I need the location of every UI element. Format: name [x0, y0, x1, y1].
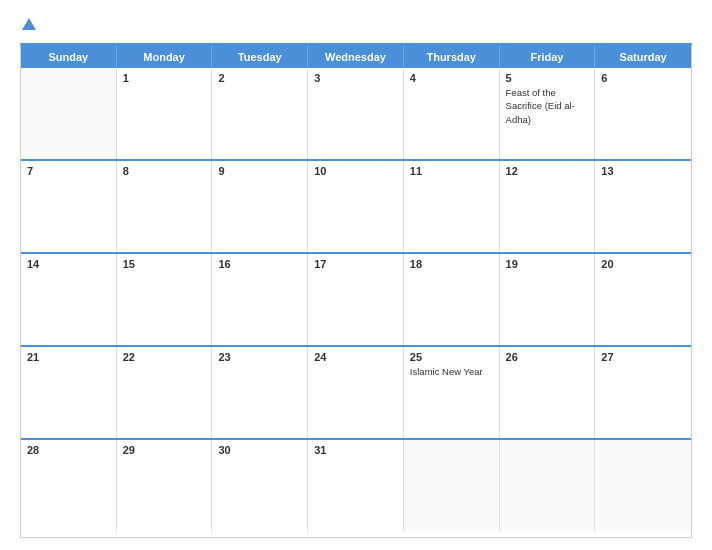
day-number: 16	[218, 258, 301, 270]
calendar-week: 78910111213	[21, 161, 691, 254]
calendar-day	[595, 440, 691, 531]
event-label: Islamic New Year	[410, 366, 483, 377]
day-number: 10	[314, 165, 397, 177]
logo-triangle-icon	[22, 18, 36, 30]
calendar-day	[404, 440, 500, 531]
day-number: 27	[601, 351, 685, 363]
calendar-week: 12345Feast of the Sacrifice (Eid al-Adha…	[21, 68, 691, 161]
calendar-day: 29	[117, 440, 213, 531]
calendar-day: 20	[595, 254, 691, 345]
calendar-day: 19	[500, 254, 596, 345]
calendar-day: 27	[595, 347, 691, 438]
calendar-grid: SundayMondayTuesdayWednesdayThursdayFrid…	[20, 43, 692, 538]
calendar-day: 24	[308, 347, 404, 438]
calendar-day: 3	[308, 68, 404, 159]
weekday-header: Saturday	[595, 46, 691, 68]
day-number: 12	[506, 165, 589, 177]
day-number: 2	[218, 72, 301, 84]
day-number: 30	[218, 444, 301, 456]
calendar-day: 12	[500, 161, 596, 252]
calendar-day: 16	[212, 254, 308, 345]
weekday-header: Thursday	[404, 46, 500, 68]
calendar-day: 25Islamic New Year	[404, 347, 500, 438]
calendar-day: 8	[117, 161, 213, 252]
day-number: 5	[506, 72, 589, 84]
day-number: 8	[123, 165, 206, 177]
page-header	[20, 18, 692, 31]
calendar-day	[500, 440, 596, 531]
calendar-day: 26	[500, 347, 596, 438]
day-number: 25	[410, 351, 493, 363]
calendar-day: 10	[308, 161, 404, 252]
calendar-day: 9	[212, 161, 308, 252]
event-label: Feast of the Sacrifice (Eid al-Adha)	[506, 87, 575, 125]
day-number: 1	[123, 72, 206, 84]
calendar-day: 14	[21, 254, 117, 345]
day-number: 18	[410, 258, 493, 270]
day-number: 20	[601, 258, 685, 270]
day-number: 21	[27, 351, 110, 363]
calendar-day: 11	[404, 161, 500, 252]
weekday-header: Friday	[500, 46, 596, 68]
calendar-day: 22	[117, 347, 213, 438]
calendar-page: SundayMondayTuesdayWednesdayThursdayFrid…	[0, 0, 712, 550]
day-number: 24	[314, 351, 397, 363]
calendar-header-row: SundayMondayTuesdayWednesdayThursdayFrid…	[21, 46, 691, 68]
day-number: 3	[314, 72, 397, 84]
day-number: 6	[601, 72, 685, 84]
day-number: 13	[601, 165, 685, 177]
weekday-header: Sunday	[21, 46, 117, 68]
calendar-day: 21	[21, 347, 117, 438]
day-number: 9	[218, 165, 301, 177]
calendar-day: 31	[308, 440, 404, 531]
calendar-day: 6	[595, 68, 691, 159]
calendar-day: 5Feast of the Sacrifice (Eid al-Adha)	[500, 68, 596, 159]
calendar-day: 1	[117, 68, 213, 159]
calendar-day: 13	[595, 161, 691, 252]
calendar-day: 17	[308, 254, 404, 345]
day-number: 4	[410, 72, 493, 84]
calendar-body: 12345Feast of the Sacrifice (Eid al-Adha…	[21, 68, 691, 531]
calendar-day: 18	[404, 254, 500, 345]
calendar-day: 23	[212, 347, 308, 438]
day-number: 17	[314, 258, 397, 270]
weekday-header: Wednesday	[308, 46, 404, 68]
logo-blue-text	[20, 18, 36, 31]
calendar-week: 28293031	[21, 440, 691, 531]
day-number: 23	[218, 351, 301, 363]
weekday-header: Monday	[117, 46, 213, 68]
day-number: 28	[27, 444, 110, 456]
calendar-week: 2122232425Islamic New Year2627	[21, 347, 691, 440]
weekday-header: Tuesday	[212, 46, 308, 68]
day-number: 14	[27, 258, 110, 270]
calendar-day: 2	[212, 68, 308, 159]
calendar-day: 28	[21, 440, 117, 531]
day-number: 22	[123, 351, 206, 363]
day-number: 15	[123, 258, 206, 270]
day-number: 19	[506, 258, 589, 270]
calendar-week: 14151617181920	[21, 254, 691, 347]
day-number: 26	[506, 351, 589, 363]
logo	[20, 18, 36, 31]
calendar-day: 15	[117, 254, 213, 345]
calendar-day	[21, 68, 117, 159]
calendar-day: 7	[21, 161, 117, 252]
calendar-day: 4	[404, 68, 500, 159]
day-number: 11	[410, 165, 493, 177]
calendar-day: 30	[212, 440, 308, 531]
day-number: 29	[123, 444, 206, 456]
day-number: 7	[27, 165, 110, 177]
day-number: 31	[314, 444, 397, 456]
